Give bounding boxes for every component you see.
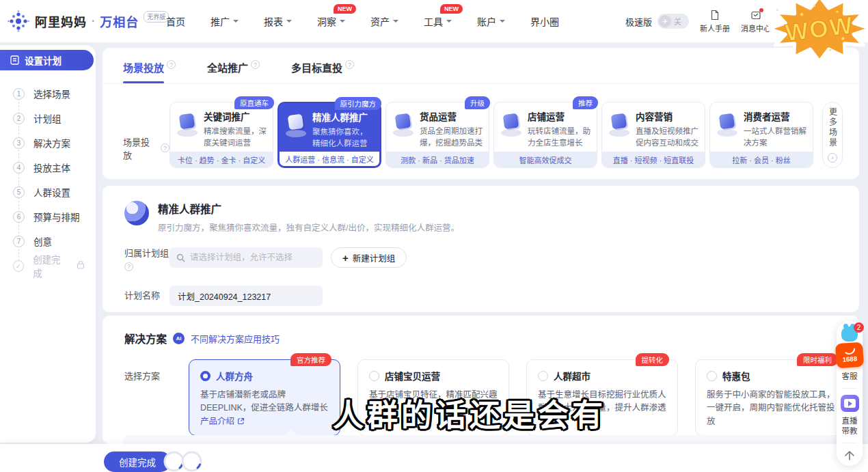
ai-icon: AI: [173, 333, 185, 344]
nav-item-home[interactable]: 首页: [166, 14, 185, 28]
help-icon[interactable]: ?: [124, 262, 133, 271]
sidebar: 设置计划 1选择场景 2计划组 3解决方案 4投放主体 5人群设置 6预算与排期…: [0, 45, 96, 443]
more-scenes-button[interactable]: 更多场景 ›: [822, 102, 843, 168]
plan-title: 精准人群推广: [158, 201, 459, 216]
scene-card-desc: 精准搜索流量，深度关键词运营: [204, 126, 267, 148]
scene-card-footer: 智能高效促成交: [494, 152, 597, 167]
solution-card-special-pack[interactable]: 限时福利 特惠包 服务于中小商家的智能投放工具，一键开启，周期内智能优化托管投放: [695, 359, 847, 436]
plan-panel: 精准人群推广 原引力魔方，聚焦猜你喜欢流量，独有自定义人群/出价，实现精细化人群…: [103, 186, 859, 312]
step-creative[interactable]: 7创意: [13, 229, 96, 253]
solution-tips-link[interactable]: 不同解决方案应用技巧: [191, 332, 280, 345]
customer-service-label[interactable]: 客服: [841, 372, 858, 382]
radio-unselected[interactable]: [538, 371, 548, 381]
live-tv-icon[interactable]: [841, 395, 859, 412]
nav-item-tools[interactable]: 工具NEW: [424, 14, 452, 28]
scene-card-title: 精准人群推广: [312, 110, 375, 124]
nav-item-label: 资产: [370, 14, 390, 28]
solution-card-desc: 服务于中小商家的智能投放工具，一键开启，周期内智能优化托管投放: [707, 389, 835, 428]
nav-item-insight[interactable]: 洞察NEW: [317, 14, 345, 28]
scene-card-title: 消费者运营: [744, 109, 807, 123]
new-plan-group-button[interactable]: + 新建计划组: [331, 247, 407, 268]
document-icon: [709, 10, 720, 20]
nav-item-label: 首页: [166, 14, 185, 28]
plan-doc-icon: [10, 55, 19, 65]
scene-card-goods[interactable]: 升级 货品运营 货品全周期加速打爆，挖掘趋势品类 测款 · 新品 · 货品加速: [385, 102, 489, 168]
live-teaching-label[interactable]: 直播带教: [841, 416, 858, 436]
help-icon[interactable]: ?: [345, 60, 354, 69]
solution-title: 解决方案: [124, 331, 167, 346]
mail-icon: [750, 10, 761, 20]
solution-card-shop-item[interactable]: 店铺宝贝运营 基于店铺宝贝特征，精准匹配兴趣人群: [357, 359, 509, 436]
help-icon[interactable]: ?: [167, 60, 176, 69]
nav-item-jiexiaoquan[interactable]: 界小圈: [530, 14, 559, 28]
scene-card-consumer[interactable]: 消费者运营 一站式人群营销解决方案 拉新 · 会员 · 粉丝: [709, 102, 813, 168]
step-label: 投放主体: [33, 161, 70, 174]
clipped-tip-bar: [123, 435, 839, 444]
tab-scene-delivery[interactable]: 场景投放?: [123, 60, 176, 83]
tab-bar: 场景投放? 全站推广? 多目标直投?: [103, 48, 859, 84]
scene-card-shop[interactable]: 推荐 店铺运营 玩转店铺流量，助力全店生意增长 智能高效促成交: [493, 102, 597, 168]
scene-card-title: 货品运营: [420, 109, 483, 123]
radio-unselected[interactable]: [369, 371, 379, 381]
step-label: 预算与排期: [33, 210, 80, 223]
step-budget-schedule[interactable]: 6预算与排期: [13, 204, 96, 229]
step-plan-group[interactable]: 2计划组: [13, 106, 96, 130]
radio-unselected[interactable]: [707, 371, 717, 381]
product-intro-link[interactable]: 产品介绍: [200, 417, 234, 426]
mascot-icon[interactable]: 2: [841, 327, 858, 342]
scene-card-audience-selected[interactable]: 原引力魔方 精准人群推广 聚焦猜你喜欢，精细化人群运营 人群运营 · 信息流 ·…: [277, 102, 381, 168]
nav-item-promotion[interactable]: 推广: [211, 14, 239, 28]
help-icon[interactable]: ?: [161, 143, 169, 152]
scene-card-footer: 拉新 · 会员 · 粉丝: [710, 152, 813, 167]
solution-card-audience-ark[interactable]: 官方推荐 人群方舟 基于店铺潜新老或品牌DEEPLINK，促进全链路人群增长产品…: [189, 359, 340, 436]
radio-selected[interactable]: [200, 371, 211, 381]
logo-1688-icon[interactable]: 1688: [835, 342, 864, 369]
step-choose-scene[interactable]: 1选择场景: [13, 81, 96, 106]
scene-row-label: 场景投放?: [123, 128, 169, 168]
scene-card-content[interactable]: 内容营销 直播及短视频推广 促内容互动和成交 直播 · 短视频 · 短直联投: [601, 102, 705, 168]
step-solution[interactable]: 3解决方案: [13, 130, 96, 155]
scene-icon: [608, 113, 631, 137]
sidebar-item-setup-plan[interactable]: 设置计划: [0, 50, 94, 70]
new-plan-group-label: 新建计划组: [353, 251, 396, 264]
brand-name: 阿里妈妈: [35, 12, 87, 30]
nav-item-assets[interactable]: 资产: [370, 14, 398, 28]
solution-card-title: 人群方舟: [216, 369, 253, 383]
scene-card-footer: 卡位 · 趋势 · 金卡 · 自定义: [170, 152, 273, 167]
alimama-logo-icon: [7, 10, 30, 33]
scene-panel: 场景投放? 全站推广? 多目标直投? 场景投放? 原直通车 关键词推广 精准搜索…: [103, 48, 859, 179]
floating-sidebar: 2 1688 客服 直播带教: [837, 321, 863, 466]
scene-card-title: 店铺运营: [528, 109, 591, 123]
create-complete-button[interactable]: 创建完成: [104, 452, 171, 472]
solution-panel: 解决方案 AI 不同解决方案应用技巧 选择方案 官方推荐 人群方舟 基于店铺潜新…: [103, 316, 859, 444]
step-complete: ✓ 创建完成: [13, 253, 96, 278]
tab-multi-goal-direct[interactable]: 多目标直投?: [291, 60, 354, 83]
scene-card-keyword[interactable]: 原直通车 关键词推广 精准搜索流量，深度关键词运营 卡位 · 趋势 · 金卡 ·…: [169, 102, 273, 168]
plan-group-input[interactable]: [190, 253, 316, 262]
newbie-guide[interactable]: 新人手册: [700, 10, 730, 33]
tab-sitewide-promotion[interactable]: 全站推广?: [207, 60, 260, 83]
scene-card-desc: 货品全周期加速打爆，挖掘趋势品类: [420, 126, 483, 148]
chevron-down-icon: [393, 20, 398, 25]
scene-row: 场景投放? 原直通车 关键词推广 精准搜索流量，深度关键词运营 卡位 · 趋势 …: [103, 84, 859, 168]
nav-item-label: 推广: [211, 14, 230, 28]
solution-card-title: 店铺宝贝运营: [385, 369, 440, 383]
help-icon[interactable]: ?: [251, 60, 260, 69]
quick-version-toggle[interactable]: ✈ 关: [657, 14, 689, 29]
nav-item-account[interactable]: 账户: [477, 14, 505, 28]
step-delivery-subject[interactable]: 4投放主体: [13, 155, 96, 180]
plan-name-input[interactable]: [169, 286, 323, 306]
plan-group-select[interactable]: [169, 247, 323, 268]
select-solution-label: 选择方案: [124, 369, 169, 436]
step-number: 1: [13, 88, 25, 100]
brand[interactable]: 阿里妈妈 · 万相台 无界版: [7, 0, 169, 42]
step-audience[interactable]: 5人群设置: [13, 180, 96, 204]
chevron-down-icon: [340, 20, 345, 25]
solution-card-audience-market[interactable]: 提转化 人群超市 基于生意增长目标挖掘行业优质人群，扩大人群拿量，提升人群渗透: [526, 359, 678, 436]
brand-product: 万相台: [100, 12, 139, 30]
nav-item-label: 界小圈: [530, 14, 559, 28]
plan-group-row: 归属计划组 ? + 新建计划组: [124, 247, 859, 272]
rocket-icon: ✈: [659, 15, 671, 27]
nav-item-reports[interactable]: 报表: [264, 14, 292, 28]
back-to-top-icon[interactable]: [843, 449, 856, 460]
